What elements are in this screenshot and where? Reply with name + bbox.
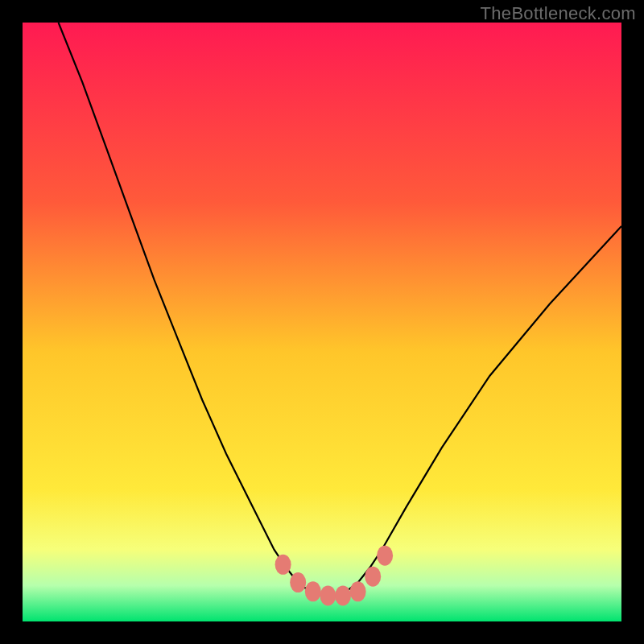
highlight-dot bbox=[350, 581, 366, 601]
chart-svg bbox=[23, 23, 621, 621]
watermark-text: TheBottleneck.com bbox=[481, 3, 636, 24]
highlight-dot bbox=[290, 572, 306, 592]
highlight-dot bbox=[320, 586, 336, 606]
highlight-dot bbox=[365, 567, 381, 587]
highlight-dot bbox=[335, 586, 351, 606]
highlight-dot bbox=[305, 581, 321, 601]
chart-frame: TheBottleneck.com bbox=[0, 0, 644, 644]
gradient-background bbox=[23, 23, 621, 621]
highlight-dot bbox=[377, 546, 393, 566]
highlight-dot bbox=[275, 555, 291, 575]
